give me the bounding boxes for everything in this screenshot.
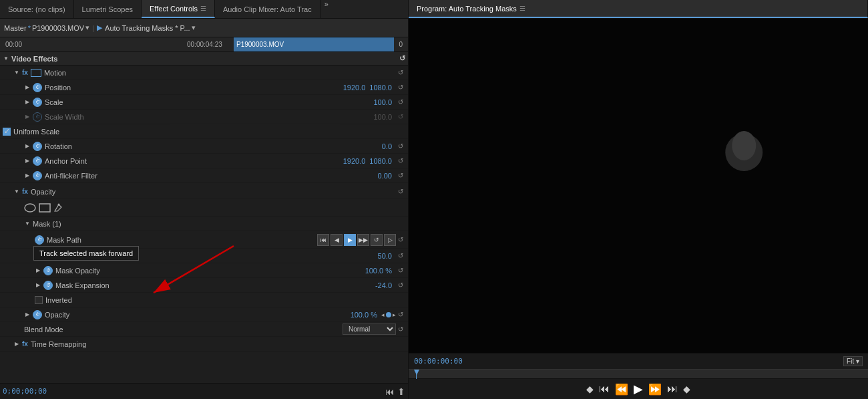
blend-mode-reset[interactable]: ↺ [396,325,405,334]
prog-play-btn[interactable]: ▶ [634,382,643,396]
effects-panel: ▼ Video Effects ↺ ▼ fx Motion ↺ ▶ ⏱ Posi… [0,52,408,383]
anchor-collapse[interactable]: ▶ [24,158,31,164]
play-button[interactable]: ▶ [97,23,102,32]
rotation-value[interactable]: 0.0 [382,142,392,150]
scale-row: ▶ ⏱ Scale 100.0 ↺ [0,95,408,110]
tab-effect-controls[interactable]: Effect Controls ☰ [142,0,215,18]
motion-label: Motion [44,69,396,77]
left-play-btn[interactable]: ⏮ [385,386,395,397]
opacity-group-header[interactable]: ▼ fx Opacity ↺ [0,184,408,199]
mask-step-forward-btn[interactable]: ▶▶ [357,234,369,246]
mask-opacity-stopwatch[interactable]: ⏱ [43,266,53,275]
mask-path-reset[interactable]: ↺ [396,235,405,245]
tab-source[interactable]: Source: (no clips) [0,0,74,18]
mask1-header[interactable]: ▼ Mask (1) [0,217,408,231]
prog-mark-in-btn[interactable]: ◆ [586,384,594,394]
opacity-group-reset[interactable]: ↺ [396,187,405,196]
prog-go-end-btn[interactable]: ⏭ [667,383,678,395]
position-stopwatch[interactable]: ⏱ [33,83,42,92]
tab-lumetri[interactable]: Lumetri Scopes [74,0,142,18]
left-export-btn[interactable]: ⬆ [397,386,405,397]
prog-step-forward-btn[interactable]: ⏩ [648,383,662,396]
position-collapse[interactable]: ▶ [24,84,31,91]
mask-feather-reset[interactable]: ↺ [396,251,405,261]
anchor-stopwatch[interactable]: ⏱ [33,156,42,166]
mask-step-back-btn[interactable]: ◀ [331,234,343,246]
tab-overflow[interactable]: » [320,0,333,18]
mask-expansion-label: Mask Expansion [55,281,375,289]
prog-go-start-btn[interactable]: ⏮ [599,383,610,395]
position-reset[interactable]: ↺ [396,83,405,92]
mask-expansion-collapse[interactable]: ▶ [35,282,41,289]
mask-next-btn[interactable]: ▷ [384,234,396,246]
opacity-prop-collapse[interactable]: ▶ [24,311,31,318]
program-playhead[interactable] [414,370,419,375]
mask-expansion-stopwatch[interactable]: ⏱ [43,281,53,290]
scale-collapse[interactable]: ▶ [24,99,31,106]
opacity-keyframe-diamond[interactable] [386,312,391,317]
program-timeline[interactable] [409,369,868,378]
prog-mark-out-btn[interactable]: ◆ [683,384,690,394]
rotation-stopwatch[interactable]: ⏱ [33,142,42,151]
mask1-label: Mask (1) [33,220,405,228]
prog-step-back-btn[interactable]: ⏪ [615,383,628,396]
fit-select[interactable]: Fit ▾ [843,356,863,366]
rotation-reset[interactable]: ↺ [396,142,405,151]
mask-expansion-reset[interactable]: ↺ [396,281,405,290]
opacity-reset[interactable]: ↺ [396,310,405,319]
rotation-collapse[interactable]: ▶ [24,143,31,150]
opacity-stopwatch[interactable]: ⏱ [33,310,42,319]
video-effects-collapse[interactable]: ▼ [3,55,9,62]
scale-reset[interactable]: ↺ [396,98,405,107]
mask-go-start-btn[interactable]: ⏮ [317,234,329,246]
opacity-prev-btn[interactable]: ◂ [381,311,385,318]
timeline-bar: 00:00 00:00:04:23 0 P1900003.MOV [0,37,408,52]
tab-menu-icon: ☰ [200,5,206,12]
source-dropdown-icon[interactable]: ▾ [85,23,89,32]
pen-tool-icon[interactable] [53,203,63,213]
mask-path-stopwatch[interactable]: ⏱ [35,235,44,245]
anchor-y[interactable]: 1080.0 [369,157,392,165]
mask-path-row: ⏱ Mask Path ⏮ ◀ ▶ ▶▶ ↺ ▷ ↺ Track selecte… [0,231,408,249]
position-x[interactable]: 1920.0 [343,84,366,92]
mask-feather-value[interactable]: 50.0 [378,252,392,260]
uniform-scale-check[interactable]: ✓ [3,128,11,136]
mask-opacity-reset[interactable]: ↺ [396,266,405,275]
opacity-value[interactable]: 100.0 % [351,311,377,319]
anti-flicker-stopwatch[interactable]: ⏱ [33,171,42,180]
left-time-display: 0;00;00;00 [3,387,47,396]
time-remapping-row[interactable]: ▶ fx Time Remapping [0,337,408,352]
anti-flicker-value[interactable]: 0.00 [378,172,392,180]
mask1-collapse[interactable]: ▼ [24,221,31,227]
motion-reset-btn[interactable]: ↺ [396,68,405,78]
tab-effect-controls-label: Effect Controls [150,5,198,13]
video-content [409,19,868,353]
time-remap-collapse[interactable]: ▶ [13,341,20,348]
motion-group-header[interactable]: ▼ fx Motion ↺ [0,65,408,80]
ellipse-tool-icon[interactable] [24,203,36,213]
svg-point-2 [58,203,60,205]
opacity-collapse-icon[interactable]: ▼ [13,188,20,195]
rect-tool-icon[interactable] [39,203,51,213]
tab-program[interactable]: Program: Auto Tracking Masks ☰ [409,0,868,18]
motion-collapse-icon[interactable]: ▼ [13,70,20,76]
scale-stopwatch[interactable]: ⏱ [33,98,42,107]
anchor-x[interactable]: 1920.0 [343,157,366,165]
tracking-label: Auto Tracking Masks * P... [105,24,190,32]
mask-loop-btn[interactable]: ↺ [371,234,383,246]
mask-opacity-collapse[interactable]: ▶ [35,267,41,274]
anchor-reset[interactable]: ↺ [396,156,405,166]
scale-value[interactable]: 100.0 [373,98,392,106]
tracking-dropdown-icon[interactable]: ▾ [192,23,196,32]
anti-flicker-collapse[interactable]: ▶ [24,172,31,179]
mask-expansion-value[interactable]: -24.0 [375,281,392,289]
blend-mode-row: Blend Mode Normal ↺ [0,322,408,337]
blend-mode-select[interactable]: Normal [343,323,396,335]
position-y[interactable]: 1080.0 [369,84,392,92]
anti-flicker-reset[interactable]: ↺ [396,171,405,180]
tab-audio-mixer[interactable]: Audio Clip Mixer: Auto Trac [215,0,320,18]
inverted-checkbox[interactable] [35,296,43,304]
mask-track-forward-btn[interactable]: ▶ [344,234,356,246]
program-time-bar: 00:00:00:00 Fit ▾ [409,354,868,369]
mask-opacity-value[interactable]: 100.0 % [365,267,392,275]
